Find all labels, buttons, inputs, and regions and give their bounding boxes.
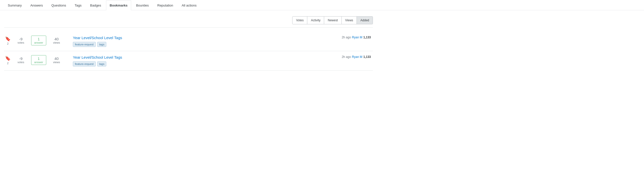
nav-tabs: SummaryAnswersQuestionsTagsBadgesBookmar… <box>0 0 644 10</box>
tags-row-1: feature-requesttags <box>73 61 320 66</box>
sort-btn-newest[interactable]: Newest <box>324 17 341 24</box>
meta-user-1[interactable]: Ryan M <box>352 55 362 59</box>
main-content: VotesActivityNewestViewsAdded 🔖2-9votes1… <box>0 10 377 75</box>
answer-label-0: answer <box>34 41 43 44</box>
views-value-1: 40 <box>55 56 59 61</box>
content-divider <box>4 27 373 28</box>
answer-badge-0: 1answer <box>31 36 46 45</box>
tag-0-1[interactable]: tags <box>97 42 107 47</box>
tag-0-0[interactable]: feature-request <box>73 42 96 47</box>
views-label-1: views <box>53 61 60 64</box>
sort-btn-activity[interactable]: Activity <box>307 17 324 24</box>
question-meta-0: 2h ago Ryan M 1,133 <box>323 36 373 39</box>
meta-user-0[interactable]: Ryan M <box>352 36 362 39</box>
question-item-1: 🔖2-9votes1answer40viewsYear Level/School… <box>4 51 373 71</box>
bookmark-star: 🔖 <box>5 36 11 42</box>
nav-tab-questions[interactable]: Questions <box>47 0 70 10</box>
votes-label-1: votes <box>18 61 24 64</box>
question-content-0: Year Level/School Level Tagsfeature-requ… <box>73 36 320 47</box>
bookmark-num-0: 2 <box>7 42 9 45</box>
votes-block-0: -9votes <box>15 37 27 44</box>
question-item-0: 🔖2-9votes1answer40viewsYear Level/School… <box>4 32 373 51</box>
nav-tab-bookmarks[interactable]: Bookmarks <box>106 0 131 10</box>
sort-btn-added[interactable]: Added <box>357 17 373 24</box>
question-title-0[interactable]: Year Level/School Level Tags <box>73 36 320 40</box>
meta-time-0: 2h ago <box>342 36 351 39</box>
bookmark-icon-1[interactable]: 🔖2 <box>4 56 12 65</box>
nav-tab-badges[interactable]: Badges <box>86 0 105 10</box>
nav-tab-all-actions[interactable]: All actions <box>178 0 200 10</box>
votes-value-0: -9 <box>19 37 22 41</box>
stats-1: -9votes1answer40views <box>15 55 70 65</box>
stats-0: -9votes1answer40views <box>15 36 70 45</box>
sort-btn-votes[interactable]: Votes <box>292 17 307 24</box>
answer-num-0: 1 <box>38 37 40 41</box>
votes-label-0: votes <box>18 41 24 44</box>
votes-value-1: -9 <box>19 56 22 61</box>
bookmark-icon-0[interactable]: 🔖2 <box>4 36 12 45</box>
votes-block-1: -9votes <box>15 56 27 64</box>
answer-num-1: 1 <box>38 56 40 61</box>
bookmarks-header: VotesActivityNewestViewsAdded <box>4 16 373 24</box>
nav-tab-tags[interactable]: Tags <box>71 0 85 10</box>
question-meta-1: 2h ago Ryan M 1,133 <box>323 55 373 59</box>
meta-rep-1: 1,133 <box>363 55 371 59</box>
views-block-1: 40views <box>50 56 63 64</box>
questions-list: 🔖2-9votes1answer40viewsYear Level/School… <box>4 32 373 71</box>
answer-label-1: answer <box>34 61 43 64</box>
nav-tab-reputation[interactable]: Reputation <box>154 0 177 10</box>
nav-tab-bounties[interactable]: Bounties <box>132 0 153 10</box>
tags-row-0: feature-requesttags <box>73 42 320 47</box>
bookmark-num-1: 2 <box>7 62 9 65</box>
meta-rep-0: 1,133 <box>363 36 371 39</box>
views-label-0: views <box>53 41 60 44</box>
nav-tab-answers[interactable]: Answers <box>27 0 47 10</box>
sort-btn-views[interactable]: Views <box>342 17 357 24</box>
bookmark-star: 🔖 <box>5 56 11 61</box>
views-block-0: 40views <box>50 37 63 44</box>
tag-1-1[interactable]: tags <box>97 61 107 66</box>
views-value-0: 40 <box>55 37 59 41</box>
question-title-1[interactable]: Year Level/School Level Tags <box>73 55 320 59</box>
answer-badge-1: 1answer <box>31 55 46 65</box>
meta-time-1: 2h ago <box>342 55 351 59</box>
tag-1-0[interactable]: feature-request <box>73 61 96 66</box>
question-content-1: Year Level/School Level Tagsfeature-requ… <box>73 55 320 66</box>
sort-bar: VotesActivityNewestViewsAdded <box>292 16 373 24</box>
nav-tab-summary[interactable]: Summary <box>4 0 26 10</box>
